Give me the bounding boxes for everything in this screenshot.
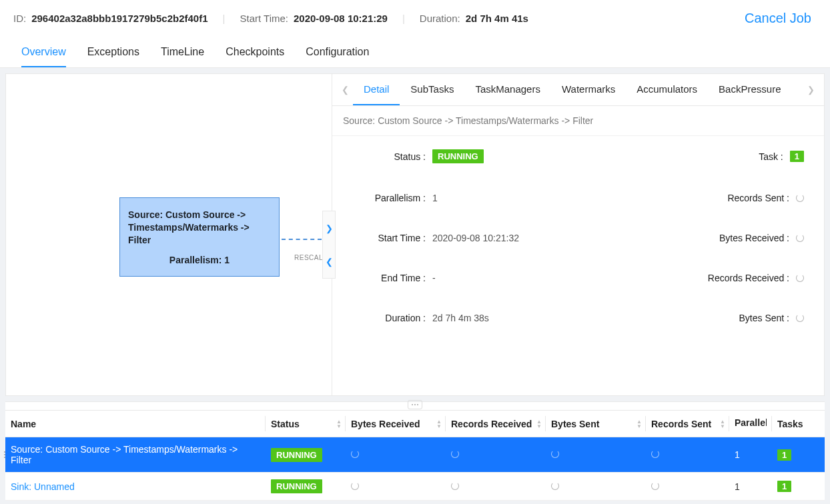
loading-spinner-icon [351,482,359,490]
detail-task: Task : 1 [588,149,805,163]
vertex-name-link[interactable]: Sink: Unnamed [11,481,75,492]
status-badge: RUNNING [271,448,322,462]
start-time-label: Start Time : [352,233,426,243]
parallelism-label: Parallelism : [352,193,426,203]
bytes-sent-label: Bytes Sent : [739,313,789,323]
loading-spinner-icon [796,274,804,282]
col-tasks[interactable]: Tasks [772,411,825,437]
col-name[interactable]: Name [5,411,266,437]
detail-status: Status : RUNNING [352,149,568,163]
chevron-left-icon: ❮ [326,257,333,267]
graph-node-parallelism: Parallelism: 1 [128,255,271,265]
status-badge: RUNNING [432,149,484,163]
start-time-value: 2020-09-08 10:21:32 [432,233,519,243]
task-label: Task : [759,151,783,162]
vertices-table: Name Status▲▼ Bytes Received▲▼ Records R… [5,411,825,501]
loading-spinner-icon [796,314,804,322]
id-label: ID: [13,13,26,24]
status-label: Status : [352,151,426,162]
detail-subtitle: Source: Custom Source -> Timestamps/Wate… [332,106,824,136]
tab-overview[interactable]: Overview [21,38,66,67]
records-sent-label: Records Sent : [727,193,789,203]
col-parallelism[interactable]: Parallelism [729,411,772,437]
col-records-received[interactable]: Records Received▲▼ [446,411,546,437]
job-graph-panel: Source: Custom Source -> Timestamps/Wate… [5,73,332,396]
sort-icon: ▲▼ [637,419,642,429]
vertex-name-link[interactable]: Source: Custom Source -> Timestamps/Wate… [11,444,238,465]
loading-spinner-icon [651,450,659,458]
resize-handle[interactable]: ⋯ [5,401,825,411]
graph-edge [282,239,322,240]
start-time-value: 2020-09-08 10:21:29 [294,13,388,24]
col-bytes-sent[interactable]: Bytes Sent▲▼ [546,411,646,437]
tab-checkpoints[interactable]: Checkpoints [226,38,284,67]
parallelism-cell: 1 [729,437,772,473]
dtab-accumulators[interactable]: Accumulators [626,74,708,105]
tabs-scroll-left[interactable]: ❮ [338,85,353,95]
parallelism-cell: 1 [729,473,772,501]
drag-handle-icon: ⋯ [408,400,422,409]
records-received-label: Records Received : [708,273,789,283]
col-bytes-received[interactable]: Bytes Received▲▼ [346,411,446,437]
next-node-button[interactable]: ❯ [323,211,335,245]
end-time-label: End Time : [352,273,426,283]
sort-icon: ▲▼ [536,419,542,429]
table-header-row: Name Status▲▼ Bytes Received▲▼ Records R… [5,411,825,437]
prev-node-button[interactable]: ❮ [323,245,335,278]
loading-spinner-icon [551,450,559,458]
loading-spinner-icon [451,450,459,458]
detail-end-time: End Time : - [352,273,568,283]
tab-configuration[interactable]: Configuration [306,38,369,67]
detail-panel: ❮ Detail SubTasks TaskManagers Watermark… [332,73,825,396]
sort-icon: ▲▼ [336,419,342,429]
row-drag-icon [4,437,8,472]
loading-spinner-icon [796,234,804,242]
divider: | [223,13,226,24]
main-tabs: Overview Exceptions TimeLine Checkpoints… [0,38,830,68]
detail-bytes-received: Bytes Received : [588,233,805,243]
loading-spinner-icon [651,482,659,490]
content-area: Source: Custom Source -> Timestamps/Wate… [0,68,830,401]
loading-spinner-icon [551,482,559,490]
sort-icon: ▲▼ [436,419,442,429]
bytes-received-label: Bytes Received : [719,233,789,243]
detail-tabs-bar: ❮ Detail SubTasks TaskManagers Watermark… [332,74,824,106]
detail-records-received: Records Received : [588,273,805,283]
chevron-right-icon: ❯ [326,223,333,233]
detail-records-sent: Records Sent : [588,193,805,203]
job-header: ID: 296402a32a8bbb1917279b5c2b2f40f1 | S… [0,0,830,26]
task-badge: 1 [790,151,804,162]
dtab-backpressure[interactable]: BackPressure [708,74,791,105]
dtab-detail[interactable]: Detail [353,74,400,105]
id-value: 296402a32a8bbb1917279b5c2b2f40f1 [31,13,208,24]
loading-spinner-icon [451,482,459,490]
detail-parallelism: Parallelism : 1 [352,193,568,203]
tabs-scroll-right[interactable]: ❯ [803,85,819,95]
duration-label: Duration : [352,313,426,323]
dtab-subtasks[interactable]: SubTasks [400,74,464,105]
detail-tabs: Detail SubTasks TaskManagers Watermarks … [353,74,803,105]
tasks-badge: 1 [777,481,791,492]
sort-icon: ▲▼ [720,419,725,429]
divider: | [402,13,405,24]
cancel-job-link[interactable]: Cancel Job [745,11,817,26]
col-status[interactable]: Status▲▼ [266,411,346,437]
loading-spinner-icon [351,450,359,458]
graph-node-source[interactable]: Source: Custom Source -> Timestamps/Wate… [119,197,280,277]
detail-start-time: Start Time : 2020-09-08 10:21:32 [352,233,568,243]
loading-spinner-icon [796,194,804,202]
end-time-value: - [432,273,436,283]
tab-exceptions[interactable]: Exceptions [87,38,139,67]
dtab-taskmanagers[interactable]: TaskManagers [464,74,551,105]
detail-duration: Duration : 2d 7h 4m 38s [352,313,568,323]
table-row[interactable]: Source: Custom Source -> Timestamps/Wate… [5,437,825,473]
tasks-badge: 1 [777,449,791,461]
dtab-watermarks[interactable]: Watermarks [551,74,626,105]
col-records-sent[interactable]: Records Sent▲▼ [646,411,729,437]
duration-value: 2d 7h 4m 38s [432,313,489,323]
graph-nav-arrows: ❯ ❮ [322,211,336,279]
parallelism-value: 1 [432,193,438,203]
table-row[interactable]: Sink: UnnamedRUNNING11 [5,473,825,501]
tab-timeline[interactable]: TimeLine [161,38,204,67]
start-time-label: Start Time: [240,13,288,24]
